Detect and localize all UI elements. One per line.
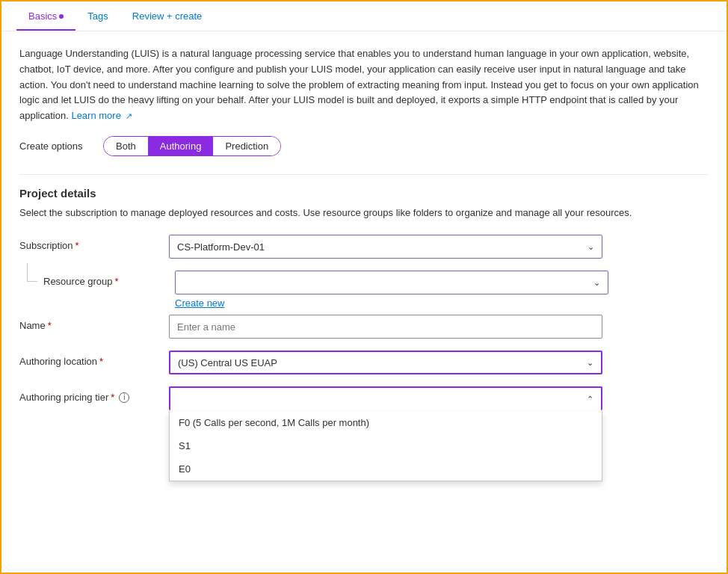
subscription-value: CS-Platform-Dev-01 bbox=[177, 241, 265, 253]
name-input[interactable] bbox=[169, 315, 602, 339]
toggle-both[interactable]: Both bbox=[104, 137, 148, 155]
resource-group-required: * bbox=[115, 276, 119, 287]
name-label: Name * bbox=[19, 315, 169, 331]
project-details-description: Select the subscription to manage deploy… bbox=[19, 206, 709, 220]
tab-basics-label: Basics bbox=[28, 10, 57, 22]
project-details-title: Project details bbox=[19, 187, 709, 200]
authoring-pricing-tier-chevron: ⌃ bbox=[587, 395, 593, 404]
resource-group-control: ⌄ Create new bbox=[175, 271, 608, 309]
authoring-location-chevron: ⌄ bbox=[587, 358, 593, 368]
authoring-location-select[interactable]: (US) Central US EUAP ⌄ bbox=[169, 351, 602, 374]
authoring-pricing-tier-control: ⌃ F0 (5 Calls per second, 1M Calls per m… bbox=[169, 386, 602, 410]
tree-line bbox=[19, 271, 37, 276]
subscription-label: Subscription * bbox=[19, 235, 169, 251]
learn-more-link[interactable]: Learn more ↗ bbox=[71, 110, 132, 121]
name-control bbox=[169, 315, 602, 339]
tab-tags-label: Tags bbox=[87, 10, 108, 22]
authoring-pricing-tier-required: * bbox=[111, 392, 114, 403]
authoring-pricing-tier-select[interactable]: ⌃ bbox=[169, 386, 602, 410]
pricing-tier-option-e0[interactable]: E0 bbox=[170, 457, 602, 481]
subscription-required: * bbox=[75, 240, 79, 251]
pricing-tier-option-s1[interactable]: S1 bbox=[170, 434, 602, 457]
name-row: Name * bbox=[19, 315, 709, 339]
authoring-pricing-tier-label: Authoring pricing tier * i bbox=[19, 386, 169, 403]
pricing-tier-option-f0[interactable]: F0 (5 Calls per second, 1M Calls per mon… bbox=[170, 411, 602, 434]
main-content: Language Understanding (LUIS) is a natur… bbox=[1, 31, 727, 437]
name-required: * bbox=[48, 320, 52, 331]
authoring-pricing-tier-info-icon[interactable]: i bbox=[119, 392, 129, 403]
learn-more-text: Learn more bbox=[71, 110, 120, 121]
resource-group-select[interactable]: ⌄ bbox=[175, 271, 608, 294]
tab-basics[interactable]: Basics bbox=[16, 1, 75, 31]
tab-basics-dot bbox=[59, 14, 64, 19]
toggle-prediction[interactable]: Prediction bbox=[213, 137, 280, 155]
resource-group-chevron: ⌄ bbox=[593, 278, 600, 288]
create-options-row: Create options Both Authoring Prediction bbox=[19, 136, 709, 156]
external-link-icon: ↗ bbox=[126, 111, 132, 120]
authoring-location-label: Authoring location * bbox=[19, 351, 169, 367]
resource-group-row: Resource group * ⌄ Create new bbox=[19, 271, 709, 309]
create-new-link[interactable]: Create new bbox=[175, 297, 608, 309]
authoring-location-row: Authoring location * (US) Central US EUA… bbox=[19, 351, 709, 374]
tab-bar: Basics Tags Review + create bbox=[1, 1, 727, 31]
subscription-chevron: ⌄ bbox=[587, 242, 594, 252]
luis-description: Language Understanding (LUIS) is a natur… bbox=[19, 46, 709, 124]
subscription-control: CS-Platform-Dev-01 ⌄ bbox=[169, 235, 602, 259]
authoring-location-value: (US) Central US EUAP bbox=[178, 357, 277, 368]
tab-review-create[interactable]: Review + create bbox=[120, 1, 215, 31]
tab-review-create-label: Review + create bbox=[132, 10, 203, 22]
create-options-toggle-group: Both Authoring Prediction bbox=[103, 136, 281, 156]
project-details-section: Project details Select the subscription … bbox=[19, 187, 709, 411]
authoring-pricing-tier-row: Authoring pricing tier * i ⌃ F0 (5 Calls… bbox=[19, 386, 709, 410]
authoring-pricing-tier-dropdown: F0 (5 Calls per second, 1M Calls per mon… bbox=[169, 411, 602, 481]
toggle-authoring[interactable]: Authoring bbox=[148, 137, 214, 155]
create-options-label: Create options bbox=[19, 141, 94, 152]
authoring-location-control: (US) Central US EUAP ⌄ bbox=[169, 351, 602, 374]
subscription-select[interactable]: CS-Platform-Dev-01 ⌄ bbox=[169, 235, 602, 259]
resource-group-label: Resource group * bbox=[43, 271, 119, 287]
divider-1 bbox=[19, 174, 709, 175]
resource-label-area: Resource group * bbox=[19, 271, 169, 287]
authoring-location-required: * bbox=[99, 356, 103, 367]
subscription-row: Subscription * CS-Platform-Dev-01 ⌄ bbox=[19, 235, 709, 259]
tab-tags[interactable]: Tags bbox=[75, 1, 120, 31]
